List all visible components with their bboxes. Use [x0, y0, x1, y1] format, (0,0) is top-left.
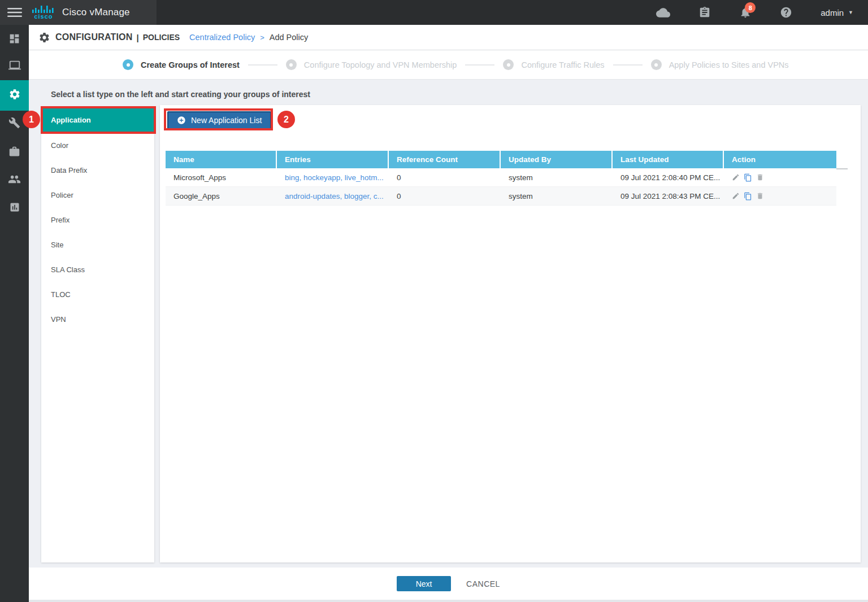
cisco-logo-icon: cisco — [31, 6, 56, 20]
column-header-reference-count[interactable]: Reference Count — [389, 151, 501, 168]
cell-reference-count: 0 — [389, 173, 501, 182]
wizard-step-2[interactable]: Configure Topology and VPN Membership — [286, 59, 457, 70]
bell-icon[interactable]: 8 — [739, 6, 752, 19]
new-application-list-button[interactable]: New Application List — [167, 111, 271, 129]
sidebar-item-administration[interactable] — [0, 167, 29, 194]
cancel-button[interactable]: CANCEL — [466, 579, 500, 588]
clipboard-icon[interactable] — [698, 6, 711, 19]
trash-icon[interactable] — [756, 192, 764, 200]
breadcrumb-link-centralized-policy[interactable]: Centralized Policy — [189, 33, 255, 42]
sidebar-item-dashboard[interactable] — [0, 26, 29, 53]
step-indicator-icon — [123, 59, 133, 70]
column-header-action[interactable]: Action — [724, 151, 836, 168]
list-type-panel: Application Color Data Prefix Policer Pr… — [41, 107, 154, 562]
briefcase-icon — [8, 146, 20, 160]
step-label: Configure Topology and VPN Membership — [304, 60, 457, 69]
sidebar-item-devices[interactable] — [0, 53, 29, 80]
cell-last-updated: 09 Jul 2021 2:08:43 PM CE... — [613, 192, 724, 200]
sidebar-item-monitor[interactable] — [0, 195, 29, 222]
annotation-callout-1: 1 — [23, 111, 40, 128]
pencil-icon[interactable] — [732, 173, 740, 181]
step-label: Create Groups of Interest — [141, 60, 240, 69]
next-button[interactable]: Next — [397, 576, 451, 591]
column-header-last-updated[interactable]: Last Updated — [613, 151, 724, 168]
breadcrumb: CONFIGURATION | POLICIES Centralized Pol… — [29, 25, 868, 50]
step-label: Configure Traffic Rules — [521, 60, 604, 69]
menu-icon[interactable] — [7, 7, 22, 18]
help-icon[interactable] — [780, 6, 792, 19]
application-lists-table: Name Entries Reference Count Updated By … — [166, 151, 836, 206]
step-indicator-icon — [651, 59, 662, 70]
column-header-entries[interactable]: Entries — [277, 151, 389, 168]
product-title: Cisco vManage — [62, 7, 130, 18]
table-row: Google_Apps android-updates, blogger, c.… — [166, 187, 836, 206]
cell-updated-by: system — [501, 173, 613, 182]
cell-actions — [724, 173, 836, 182]
list-type-application[interactable]: Application — [41, 107, 154, 133]
list-type-data-prefix[interactable]: Data Prefix — [41, 158, 154, 182]
wizard-step-3[interactable]: Configure Traffic Rules — [503, 59, 604, 70]
column-header-updated-by[interactable]: Updated By — [501, 151, 613, 168]
step-connector — [248, 64, 277, 66]
monitor-icon — [8, 59, 21, 74]
column-header-name[interactable]: Name — [166, 151, 277, 168]
step-connector — [465, 64, 494, 66]
wizard-step-4[interactable]: Apply Policies to Sites and VPNs — [651, 59, 789, 70]
list-type-policer[interactable]: Policer — [41, 182, 154, 207]
cell-reference-count: 0 — [389, 192, 501, 200]
step-label: Apply Policies to Sites and VPNs — [669, 60, 789, 69]
list-type-sla-class[interactable]: SLA Class — [41, 257, 154, 282]
cell-updated-by: system — [501, 192, 613, 200]
step-indicator-icon — [286, 59, 297, 70]
cell-entries-link[interactable]: android-updates, blogger, c... — [277, 192, 389, 200]
list-type-site[interactable]: Site — [41, 232, 154, 257]
list-content-panel: New Application List Name Entries Refere… — [160, 105, 861, 562]
wizard-steps: Create Groups of Interest Configure Topo… — [29, 50, 868, 80]
wizard-step-1[interactable]: Create Groups of Interest — [123, 59, 240, 70]
step-connector — [613, 64, 643, 66]
cell-name: Google_Apps — [166, 192, 277, 200]
breadcrumb-section: CONFIGURATION — [55, 32, 133, 42]
table-row: Microsoft_Apps bing, hockeyapp, live_hot… — [166, 168, 836, 187]
breadcrumb-subsection: POLICIES — [143, 33, 180, 42]
sidebar-item-maintenance[interactable] — [0, 139, 29, 166]
gear-icon — [8, 88, 21, 103]
copy-icon[interactable] — [744, 173, 752, 182]
instruction-text: Select a list type on the left and start… — [51, 90, 310, 99]
wizard-footer: Next CANCEL — [29, 568, 868, 600]
list-type-prefix[interactable]: Prefix — [41, 207, 154, 232]
configuration-gear-icon — [38, 32, 50, 43]
notification-badge: 8 — [745, 2, 756, 13]
list-type-tloc[interactable]: TLOC — [41, 282, 154, 307]
cell-last-updated: 09 Jul 2021 2:08:40 PM CE... — [613, 173, 724, 182]
copy-icon[interactable] — [744, 192, 752, 200]
barchart-icon — [9, 202, 20, 215]
step-indicator-icon — [503, 59, 514, 70]
new-application-list-label: New Application List — [191, 116, 262, 125]
list-type-vpn[interactable]: VPN — [41, 307, 154, 331]
breadcrumb-divider: | — [137, 33, 139, 42]
top-bar-brand-section: cisco Cisco vManage — [0, 0, 157, 25]
dashboard-icon — [8, 33, 20, 47]
cloud-icon[interactable] — [656, 6, 670, 20]
table-header-row: Name Entries Reference Count Updated By … — [166, 151, 836, 168]
annotation-callout-2: 2 — [277, 111, 295, 128]
wrench-icon — [8, 117, 20, 131]
users-icon — [8, 173, 21, 188]
trash-icon[interactable] — [756, 173, 764, 181]
breadcrumb-current-page: Add Policy — [270, 33, 309, 42]
cisco-wordmark: cisco — [34, 14, 53, 20]
table-scrollbar[interactable] — [836, 168, 848, 169]
user-name: admin — [821, 8, 844, 18]
cell-entries-link[interactable]: bing, hockeyapp, live_hotm... — [277, 173, 389, 182]
cell-name: Microsoft_Apps — [166, 173, 277, 182]
sidebar-item-configuration[interactable] — [0, 80, 29, 111]
top-bar-actions: 8 admin ▼ — [656, 0, 853, 25]
plus-circle-icon — [177, 116, 186, 125]
bottom-strip — [29, 600, 868, 602]
user-menu[interactable]: admin ▼ — [821, 8, 853, 18]
list-type-color[interactable]: Color — [41, 133, 154, 158]
pencil-icon[interactable] — [732, 192, 740, 200]
top-bar: cisco Cisco vManage 8 admin ▼ — [0, 0, 868, 25]
cell-actions — [724, 192, 836, 200]
